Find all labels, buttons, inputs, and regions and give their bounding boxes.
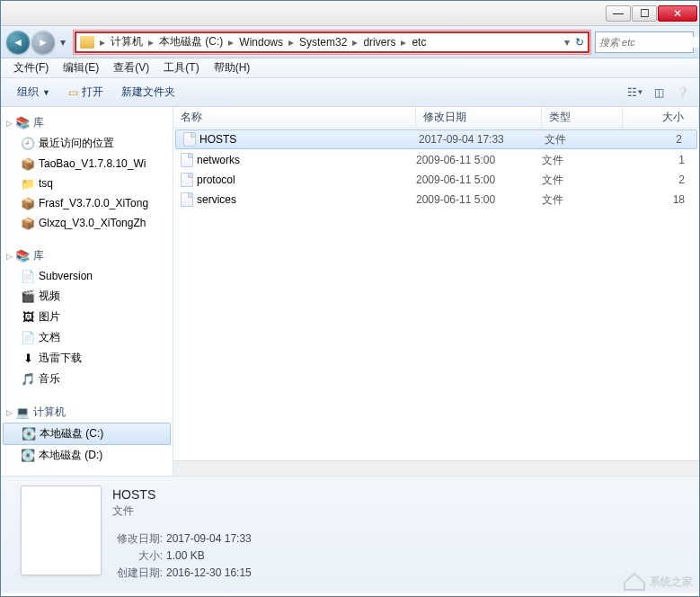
chevron-down-icon: ▼ (42, 88, 50, 97)
sidebar-item-drive-c[interactable]: 💽本地磁盘 (C:) (3, 423, 171, 445)
preview-pane-button[interactable]: ◫ (649, 83, 669, 102)
folder-icon (80, 36, 94, 49)
archive-icon: 📦 (21, 196, 35, 210)
sidebar-item-documents[interactable]: 📄文档 (1, 327, 173, 348)
navigation-pane[interactable]: ▷📚库 🕘最近访问的位置 📦TaoBao_V1.7.8.10_Wi 📁tsq 📦… (1, 107, 173, 476)
main-area: ▷📚库 🕘最近访问的位置 📦TaoBao_V1.7.8.10_Wi 📁tsq 📦… (1, 107, 699, 476)
sidebar-group-computer[interactable]: ▷💻计算机 (1, 402, 173, 423)
meta-label: 修改日期: (112, 531, 163, 547)
column-type[interactable]: 类型 (542, 107, 623, 128)
help-button[interactable]: ❔ (672, 83, 692, 102)
drive-icon: 💽 (21, 449, 35, 463)
meta-value: 2017-09-04 17:33 (166, 532, 252, 545)
sidebar-item-drive-d[interactable]: 💽本地磁盘 (D:) (1, 445, 173, 466)
file-icon (181, 192, 193, 207)
breadcrumb-seg[interactable]: drivers (359, 36, 399, 49)
menu-edit[interactable]: 编辑(E) (56, 60, 106, 76)
file-name: protocol (197, 174, 235, 186)
library-icon: 📚 (15, 249, 30, 263)
view-options-button[interactable]: ☷ ▼ (625, 83, 645, 102)
close-button[interactable]: ✕ (658, 5, 697, 22)
chevron-right-icon[interactable]: ▸ (399, 36, 408, 49)
new-folder-button[interactable]: 新建文件夹 (112, 85, 184, 100)
menu-view[interactable]: 查看(V) (106, 60, 156, 76)
sidebar-item-videos[interactable]: 🎬视频 (1, 286, 173, 307)
expand-icon[interactable]: ▷ (6, 119, 15, 128)
sidebar-item[interactable]: 🕘最近访问的位置 (1, 133, 173, 154)
file-row[interactable]: HOSTS2017-09-04 17:33文件2 (175, 129, 697, 149)
column-name[interactable]: 名称 (173, 107, 416, 128)
sidebar-item[interactable]: ⬇迅雷下载 (1, 348, 173, 369)
file-icon (181, 173, 193, 187)
music-icon: 🎵 (21, 372, 35, 387)
sidebar-item[interactable]: 📁tsq (1, 174, 173, 193)
house-icon (623, 572, 646, 592)
file-type: 文件 (542, 173, 623, 188)
computer-icon: 💻 (15, 405, 30, 420)
menu-bar: 文件(F) 编辑(E) 查看(V) 工具(T) 帮助(H) (1, 58, 699, 78)
column-size[interactable]: 大小 (623, 107, 699, 128)
menu-tools[interactable]: 工具(T) (156, 60, 206, 76)
video-icon: 🎬 (21, 290, 35, 304)
nav-buttons: ◄ ► ▾ (6, 31, 69, 54)
menu-help[interactable]: 帮助(H) (207, 60, 258, 76)
details-pane: HOSTS 文件 修改日期:2017-09-04 17:33大小:1.00 KB… (1, 476, 699, 593)
file-date: 2009-06-11 5:00 (416, 154, 542, 166)
nav-history-dropdown[interactable]: ▾ (57, 36, 69, 49)
file-size: 2 (625, 133, 696, 146)
meta-label: 大小: (112, 548, 163, 564)
maximize-button[interactable]: ☐ (632, 5, 657, 22)
breadcrumb-seg[interactable]: 本地磁盘 (C:) (155, 34, 226, 49)
chevron-right-icon[interactable]: ▸ (287, 36, 296, 49)
sidebar-item[interactable]: 📄Subversion (1, 266, 173, 286)
breadcrumb-seg[interactable]: System32 (296, 36, 350, 49)
search-input[interactable] (599, 37, 700, 48)
file-row[interactable]: protocol2009-06-11 5:00文件2 (173, 170, 699, 190)
column-date[interactable]: 修改日期 (416, 107, 542, 128)
organize-button[interactable]: 组织▼ (8, 85, 59, 100)
minimize-button[interactable]: — (606, 5, 631, 22)
file-row[interactable]: services2009-06-11 5:00文件18 (173, 190, 699, 209)
back-button[interactable]: ◄ (6, 31, 30, 54)
breadcrumb-seg[interactable]: 计算机 (107, 34, 146, 49)
file-icon (181, 153, 193, 167)
picture-icon: 🖼 (21, 310, 35, 325)
horizontal-scrollbar[interactable] (173, 460, 699, 476)
sidebar-item[interactable]: 📦TaoBao_V1.7.8.10_Wi (1, 154, 173, 174)
archive-icon: 📦 (21, 156, 35, 171)
sidebar-item[interactable]: 📦Glxzq_V3.0_XiTongZh (1, 213, 173, 233)
file-date: 2009-06-11 5:00 (416, 193, 542, 206)
breadcrumb-seg[interactable]: Windows (235, 36, 287, 49)
file-name: services (197, 193, 236, 206)
sidebar-item-music[interactable]: 🎵音乐 (1, 369, 173, 389)
sidebar-item-pictures[interactable]: 🖼图片 (1, 307, 173, 327)
folder-icon: 📁 (21, 176, 35, 191)
menu-file[interactable]: 文件(F) (6, 60, 56, 76)
column-headers: 名称 修改日期 类型 大小 (173, 107, 699, 129)
search-box[interactable]: 🔍 (595, 31, 694, 53)
file-row[interactable]: networks2009-06-11 5:00文件1 (173, 150, 699, 170)
open-button[interactable]: ▭打开 (59, 85, 112, 100)
expand-icon[interactable]: ▷ (6, 252, 15, 261)
chevron-right-icon[interactable]: ▸ (350, 36, 359, 49)
breadcrumb[interactable]: ▸ 计算机 ▸ 本地磁盘 (C:) ▸ Windows ▸ System32 ▸… (75, 31, 589, 53)
meta-value: 1.00 KB (166, 549, 205, 562)
chevron-right-icon[interactable]: ▸ (98, 36, 107, 49)
file-size: 2 (623, 174, 699, 186)
breadcrumb-seg[interactable]: etc (408, 36, 430, 49)
forward-button[interactable]: ► (31, 31, 55, 54)
file-list[interactable]: HOSTS2017-09-04 17:33文件2networks2009-06-… (173, 129, 699, 460)
refresh-icon[interactable]: ↻ (575, 36, 584, 49)
sidebar-group-favorites[interactable]: ▷📚库 (1, 112, 173, 133)
library-icon: 📚 (15, 116, 30, 130)
expand-icon[interactable]: ▷ (6, 408, 15, 417)
file-size: 1 (623, 154, 699, 166)
sidebar-item[interactable]: 📦Frasf_V3.7.0.0_XiTong (1, 193, 173, 213)
sidebar-group-libraries[interactable]: ▷📚库 (1, 245, 173, 266)
chevron-right-icon[interactable]: ▸ (146, 36, 155, 49)
meta-label: 创建日期: (112, 566, 163, 581)
archive-icon: 📦 (21, 216, 35, 230)
chevron-down-icon[interactable]: ▾ (564, 36, 570, 49)
chevron-right-icon[interactable]: ▸ (226, 36, 235, 49)
file-list-pane: 名称 修改日期 类型 大小 HOSTS2017-09-04 17:33文件2ne… (173, 107, 699, 476)
